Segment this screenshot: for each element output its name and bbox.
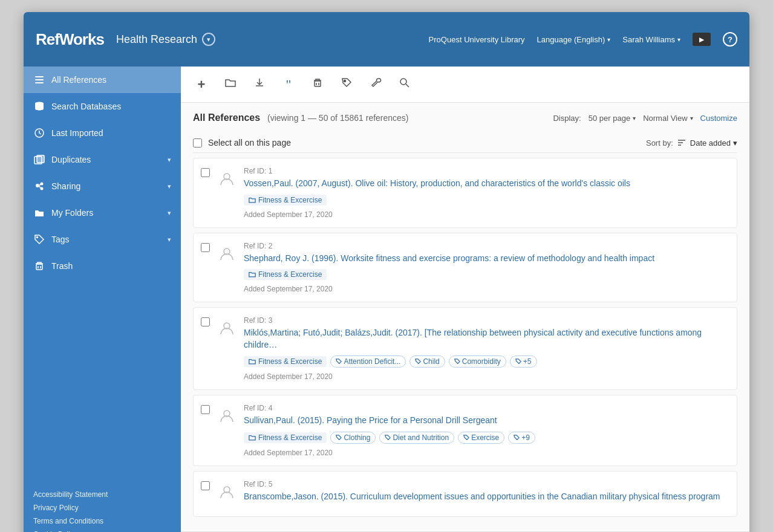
table-row: Ref ID: 5 Branscombe,Jason. (2015). Curr… xyxy=(193,471,737,517)
sort-value: Date added xyxy=(690,138,731,148)
tag-toolbar-button[interactable] xyxy=(336,74,357,96)
references-header: All References (viewing 1 — 50 of 15861 … xyxy=(193,112,737,123)
avatar xyxy=(217,482,236,502)
ref-title[interactable]: Sullivan,Paul. (2015). Paying the Price … xyxy=(244,415,727,427)
delete-button[interactable] xyxy=(307,74,328,96)
select-all-checkbox[interactable] xyxy=(193,138,202,148)
sidebar-item-trash[interactable]: Trash xyxy=(24,253,181,279)
reference-tag[interactable]: Diet and Nutrition xyxy=(379,432,454,444)
references-area: All References (viewing 1 — 50 of 15861 … xyxy=(181,103,749,531)
sidebar-item-duplicates[interactable]: Duplicates ▾ xyxy=(24,146,181,173)
tag-label: +5 xyxy=(523,357,532,366)
sidebar-item-all-references[interactable]: All References xyxy=(24,66,181,93)
sidebar-item-search-databases[interactable]: Search Databases xyxy=(24,93,181,120)
project-selector[interactable]: Health Research ▾ xyxy=(116,33,215,46)
tag-icon-small xyxy=(385,435,391,441)
ref-checkbox[interactable] xyxy=(201,481,210,490)
folder-button[interactable] xyxy=(220,74,241,96)
reference-tag[interactable]: Attention Deficit... xyxy=(330,355,406,368)
language-selector[interactable]: Language (English) ▾ xyxy=(537,35,611,44)
person-icon xyxy=(218,484,235,501)
ref-checkbox[interactable] xyxy=(201,243,210,252)
tag-label: Attention Deficit... xyxy=(344,357,400,366)
project-name: Health Research xyxy=(116,33,197,46)
project-chevron-icon[interactable]: ▾ xyxy=(202,33,215,46)
user-menu[interactable]: Sarah Williams ▾ xyxy=(622,35,680,44)
header-right-controls: ProQuest University Library Language (En… xyxy=(429,32,737,47)
ref-title[interactable]: Branscombe,Jason. (2015). Curriculum dev… xyxy=(244,491,727,503)
svg-rect-13 xyxy=(36,264,42,270)
sidebar-item-last-imported[interactable]: Last Imported xyxy=(24,120,181,146)
ref-checkbox[interactable] xyxy=(201,317,210,326)
folder-tag[interactable]: Fitness & Excercise xyxy=(244,432,327,443)
sidebar-footer: Accessibility Statement Privacy Policy T… xyxy=(24,481,181,532)
tag-icon-small xyxy=(336,435,342,441)
folder-tag[interactable]: Fitness & Excercise xyxy=(244,195,327,206)
privacy-link[interactable]: Privacy Policy xyxy=(33,504,171,512)
per-page-selector[interactable]: 50 per page ▾ xyxy=(589,114,636,123)
ref-body: Ref ID: 3 Miklós,Martina; Futó,Judit; Ba… xyxy=(244,316,727,381)
ref-title[interactable]: Miklós,Martina; Futó,Judit; Balázs,Judit… xyxy=(244,327,727,351)
sidebar-item-my-folders[interactable]: My Folders ▾ xyxy=(24,199,181,226)
reference-tag[interactable]: Comorbidity xyxy=(449,355,506,368)
list-icon xyxy=(33,74,45,86)
svg-line-21 xyxy=(406,84,409,87)
youtube-button[interactable]: ▶ xyxy=(693,33,711,46)
reference-tag[interactable]: +9 xyxy=(508,432,535,444)
ref-title[interactable]: Shephard, Roy J. (1996). Worksite fitnes… xyxy=(244,253,727,265)
tools-button[interactable] xyxy=(365,74,386,96)
accessibility-link[interactable]: Accessibility Statement xyxy=(33,490,171,499)
app-header: RefWorks Health Research ▾ ProQuest Univ… xyxy=(24,12,749,66)
cookie-policy-link[interactable]: Cookie Policy xyxy=(33,530,171,532)
svg-point-20 xyxy=(400,79,406,85)
tag-label: Clothing xyxy=(344,433,370,442)
ref-id-label: Ref ID: 2 xyxy=(244,242,727,250)
table-row: Ref ID: 1 Vossen,Paul. (2007, August). O… xyxy=(193,158,737,228)
ref-title[interactable]: Vossen,Paul. (2007, August). Olive oil: … xyxy=(244,178,727,190)
clock-icon xyxy=(33,127,45,139)
tags-chevron-icon: ▾ xyxy=(168,236,171,244)
folder-tag[interactable]: Fitness & Excercise xyxy=(244,356,327,367)
reference-tag[interactable]: Exercise xyxy=(458,432,504,444)
help-button[interactable]: ? xyxy=(723,32,737,47)
references-count: (viewing 1 — 50 of 15861 references) xyxy=(267,113,408,123)
view-mode-selector[interactable]: Normal View ▾ xyxy=(643,114,693,123)
reference-tag[interactable]: +5 xyxy=(510,355,537,368)
tag-icon-small xyxy=(454,358,460,365)
tag-label: +9 xyxy=(521,433,530,442)
tag-icon xyxy=(33,233,45,245)
avatar xyxy=(217,319,236,338)
terms-link[interactable]: Terms and Conditions xyxy=(33,517,171,525)
tools-icon xyxy=(370,77,382,92)
sidebar-item-tags[interactable]: Tags ▾ xyxy=(24,226,181,253)
library-link[interactable]: ProQuest University Library xyxy=(429,35,525,44)
search-toolbar-button[interactable] xyxy=(394,74,416,96)
select-all-row: Select all on this page Sort by: Date ad… xyxy=(193,133,737,153)
tag-icon-small xyxy=(514,435,520,441)
sort-icon xyxy=(677,138,687,148)
table-row: Ref ID: 2 Shephard, Roy J. (1996). Works… xyxy=(193,233,737,303)
ref-checkbox[interactable] xyxy=(201,168,210,177)
view-mode-value: Normal View xyxy=(643,114,687,123)
reference-tag[interactable]: Clothing xyxy=(330,432,376,444)
display-controls: Display: 50 per page ▾ Normal View ▾ Cus… xyxy=(553,114,737,123)
export-button[interactable] xyxy=(249,74,270,96)
folder-tag-icon xyxy=(249,196,256,204)
add-button[interactable]: + xyxy=(191,74,212,96)
folder-tag[interactable]: Fitness & Excercise xyxy=(244,269,327,280)
ref-checkbox[interactable] xyxy=(201,405,210,414)
sidebar-label-all-references: All References xyxy=(51,75,171,85)
sidebar-item-sharing[interactable]: Sharing ▾ xyxy=(24,173,181,199)
ref-date: Added September 17, 2020 xyxy=(244,372,727,381)
ref-checkbox-wrapper xyxy=(201,405,210,457)
sort-value-selector[interactable]: Date added ▾ xyxy=(690,138,737,148)
search-toolbar-icon xyxy=(399,77,411,92)
reference-tag[interactable]: Child xyxy=(409,355,445,368)
references-title: All References xyxy=(193,112,260,123)
sidebar-label-search-databases: Search Databases xyxy=(51,102,171,111)
person-icon xyxy=(218,245,235,262)
sidebar-label-tags: Tags xyxy=(51,235,161,244)
sort-arrow: ▾ xyxy=(733,138,737,148)
cite-button[interactable]: " xyxy=(278,74,299,96)
customize-link[interactable]: Customize xyxy=(700,114,737,123)
